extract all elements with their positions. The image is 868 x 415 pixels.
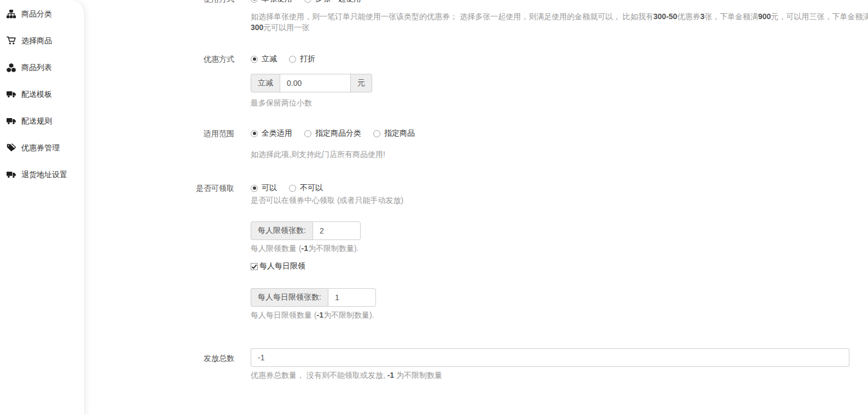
receive-option-yes[interactable]: 可以 — [251, 183, 277, 193]
scope-label: 适用范围 — [85, 128, 251, 160]
radio-icon — [289, 56, 296, 63]
cart-icon — [7, 36, 16, 45]
radio-icon — [304, 0, 311, 3]
discount-help: 最多保留两位小数 — [251, 97, 868, 108]
coupon-form: 使用方式 单张使用 多张一起使用 如选择单张使用，则一笔订单只能使用一张该类型的… — [85, 0, 868, 381]
form-row-discount: 优惠方式 立减 打折 立减 元 最多保留两位小数 — [85, 54, 868, 108]
receive-label: 是否可领取 — [85, 183, 251, 320]
total-help: 优惠券总数量， 没有则不能领取或发放, -1 为不限制数量 — [251, 370, 868, 381]
radio-icon — [304, 130, 311, 137]
truck-icon — [7, 116, 16, 126]
receive-option-no[interactable]: 不可以 — [289, 183, 323, 193]
truck-icon — [7, 90, 16, 99]
radio-icon — [289, 185, 296, 192]
truck-icon — [7, 170, 16, 179]
radio-icon — [251, 0, 258, 3]
sidebar-item-label: 配送模板 — [21, 90, 52, 100]
sidebar-item-product-list[interactable]: 商品列表 — [0, 54, 84, 81]
radio-option-label: 指定商品分类 — [315, 128, 361, 138]
sidebar-item-product-category[interactable]: 商品分类 — [0, 1, 84, 27]
usage-option-single[interactable]: 单张使用 — [251, 0, 292, 4]
discount-option-percent[interactable]: 打折 — [289, 54, 315, 64]
usage-help-line1: 如选择单张使用，则一笔订单只能使用一张该类型的优惠券； 选择多张一起使用，则满足… — [251, 11, 868, 22]
total-label: 发放总数 — [85, 348, 251, 381]
form-row-receive: 是否可领取 可以 不可以 是否可以在领券中心领取 (或者只能手动发放) 每人限领… — [85, 183, 868, 320]
sidebar-item-delivery-template[interactable]: 配送模板 — [0, 81, 84, 108]
checkbox-icon — [251, 263, 258, 270]
daily-limit-help: 每人每日限领数量 (-1为不限制数量). — [251, 309, 868, 320]
radio-icon — [251, 130, 258, 137]
radio-option-label: 不可以 — [300, 183, 323, 193]
discount-amount-input[interactable] — [280, 74, 351, 92]
radio-option-label: 立减 — [262, 54, 277, 64]
daily-limit-checkbox-row[interactable]: 每人每日限领 — [251, 261, 868, 272]
tags-icon — [7, 143, 16, 153]
per-person-limit-group: 每人限领张数: — [251, 221, 361, 240]
sidebar: 商品分类 选择商品 商品列表 配送模板 配送规则 优惠券管理 退货地址设置 — [0, 0, 85, 415]
usage-help: 如选择单张使用，则一笔订单只能使用一张该类型的优惠券； 选择多张一起使用，则满足… — [251, 11, 868, 33]
sidebar-item-label: 商品列表 — [21, 63, 52, 73]
daily-limit-checkbox-label: 每人每日限领 — [259, 261, 305, 271]
sidebar-item-coupon-management[interactable]: 优惠券管理 — [0, 135, 84, 161]
scope-option-category[interactable]: 指定商品分类 — [304, 128, 361, 138]
form-row-usage: 使用方式 单张使用 多张一起使用 如选择单张使用，则一笔订单只能使用一张该类型的… — [85, 0, 868, 33]
radio-option-label: 可以 — [262, 183, 277, 193]
usage-label: 使用方式 — [85, 0, 251, 33]
per-person-limit-help: 每人限领数量 (-1为不限制数量). — [251, 243, 868, 254]
usage-option-multiple[interactable]: 多张一起使用 — [304, 0, 361, 4]
sidebar-item-return-address[interactable]: 退货地址设置 — [0, 161, 84, 188]
form-row-total: 发放总数 优惠券总数量， 没有则不能领取或发放, -1 为不限制数量 — [85, 348, 868, 381]
per-person-limit-input[interactable] — [313, 221, 361, 240]
radio-option-label: 全类适用 — [262, 128, 292, 138]
radio-option-label: 多张一起使用 — [315, 0, 361, 4]
sidebar-item-label: 选择商品 — [21, 36, 52, 46]
cubes-icon — [7, 63, 16, 72]
sidebar-item-label: 商品分类 — [21, 9, 52, 19]
discount-amount-addon-left: 立减 — [251, 74, 280, 92]
sidebar-item-delivery-rules[interactable]: 配送规则 — [0, 108, 84, 135]
discount-label: 优惠方式 — [85, 54, 251, 108]
radio-icon — [373, 130, 380, 137]
scope-option-all[interactable]: 全类适用 — [251, 128, 292, 138]
daily-limit-input[interactable] — [328, 288, 376, 307]
daily-limit-addon: 每人每日限领张数: — [251, 288, 328, 307]
total-count-input[interactable] — [251, 348, 849, 367]
discount-amount-addon-right: 元 — [351, 74, 372, 92]
form-row-scope: 适用范围 全类适用 指定商品分类 指定商品 如选择此项,则支持此门店所有商品使用… — [85, 128, 868, 160]
usage-help-line2: 300元可以用一张 — [251, 22, 868, 33]
discount-amount-group: 立减 元 — [251, 74, 372, 92]
radio-option-label: 单张使用 — [262, 0, 292, 4]
radio-icon — [251, 56, 258, 63]
per-person-limit-addon: 每人限领张数: — [251, 221, 313, 240]
sidebar-item-label: 配送规则 — [21, 116, 52, 126]
daily-limit-group: 每人每日限领张数: — [251, 288, 376, 307]
sidebar-item-select-product[interactable]: 选择商品 — [0, 27, 84, 54]
discount-option-reduce[interactable]: 立减 — [251, 54, 277, 64]
receive-help: 是否可以在领券中心领取 (或者只能手动发放) — [251, 195, 868, 206]
radio-option-label: 指定商品 — [384, 128, 415, 138]
radio-icon — [251, 185, 258, 192]
sidebar-item-label: 优惠券管理 — [21, 143, 60, 153]
radio-option-label: 打折 — [300, 54, 315, 64]
scope-help: 如选择此项,则支持此门店所有商品使用! — [251, 149, 868, 160]
sidebar-item-label: 退货地址设置 — [21, 170, 67, 180]
sitemap-icon — [7, 9, 16, 19]
scope-option-product[interactable]: 指定商品 — [373, 128, 415, 138]
